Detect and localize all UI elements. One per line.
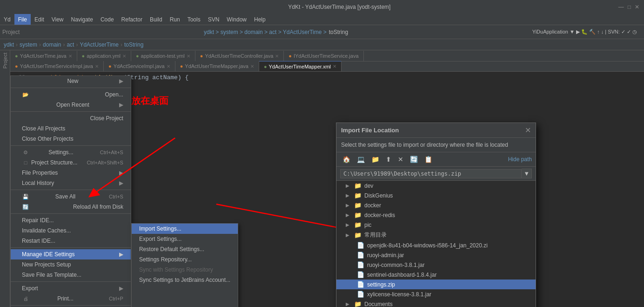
expand-button[interactable]: 📋 (422, 154, 435, 164)
main-layout: Project ● YdActUserTime.java ✕ ● applica… (0, 50, 644, 307)
menu-build[interactable]: Build (146, 14, 166, 25)
folder-icon: 📁 (354, 300, 362, 307)
breadcrumb-item[interactable]: system (20, 41, 37, 48)
arrow-icon: ▶ (346, 222, 349, 227)
file-item-label: DiskGenius (364, 192, 393, 199)
dialog-title: Import File Location (341, 127, 399, 134)
breadcrumb-item[interactable]: toString (124, 41, 143, 48)
menu-navigate[interactable]: Navigate (67, 14, 97, 25)
folder-icon: 📁 (354, 232, 362, 239)
file-item-documents[interactable]: ▶ 📁 Documents (336, 299, 536, 307)
dialog-subtitle: Select the settings file to import or di… (336, 138, 536, 152)
file-item-label: sentinel-dashboard-1.8.4.jar (367, 272, 436, 278)
menu-svn[interactable]: SVN (204, 14, 223, 25)
toolbar: Project ydkt > system > domain > act > Y… (0, 25, 644, 39)
maximize-button[interactable]: □ (628, 4, 631, 10)
file-item-settings-zip[interactable]: 📄 settings.zip (336, 280, 536, 289)
refresh-button[interactable]: 🔄 (408, 154, 420, 164)
folder-icon: 📁 (354, 202, 362, 209)
menu-window[interactable]: Window (223, 14, 250, 25)
sidebar-left: Project (0, 50, 10, 307)
window-controls[interactable]: — □ ✕ (618, 4, 639, 10)
path-input[interactable] (340, 169, 522, 178)
file-item-dev[interactable]: ▶ 📁 dev (336, 181, 536, 191)
file-item-ruoyi-admin[interactable]: 📄 ruoyi-admin.jar (336, 250, 536, 260)
menu-run[interactable]: Run (166, 14, 184, 25)
close-button[interactable]: ✕ (635, 4, 639, 10)
folder-icon: 📁 (354, 221, 362, 228)
path-dropdown[interactable]: ▼ (522, 169, 532, 178)
file-item-xylicense[interactable]: 📄 xylicense-license-3.8.1.jar (336, 289, 536, 299)
dialog-path-bar: ▼ (336, 167, 536, 181)
folder-icon: 📁 (354, 211, 362, 218)
import-file-dialog: Import File Location ✕ Select the settin… (336, 123, 536, 307)
breadcrumb: ydkt › system › domain › act › YdActUser… (0, 39, 644, 50)
arrow-icon: ▶ (346, 183, 349, 188)
file-item-label: 常用目录 (364, 231, 387, 239)
menu-edit[interactable]: Edit (31, 14, 48, 25)
home-button[interactable]: 🏠 (340, 154, 353, 164)
menu-code[interactable]: Code (97, 14, 118, 25)
breadcrumb-item[interactable]: YdActUserTime (80, 41, 119, 48)
arrow-icon: ▶ (346, 212, 349, 218)
file-item-label: openjdk-8u41-b04-windows-i586-14_jan_202… (367, 242, 488, 249)
file-item-label: dev (364, 183, 373, 189)
folder-icon: 📁 (354, 182, 362, 189)
menu-tools[interactable]: Tools (184, 14, 204, 25)
file-item-label: docker-redis (364, 212, 395, 218)
arrow-icon: ▶ (346, 232, 349, 238)
dialog-overlay: Import File Location ✕ Select the settin… (10, 50, 644, 307)
file-item-changeyongmulu[interactable]: ▶ 📁 常用目录 (336, 230, 536, 240)
menu-view[interactable]: View (48, 14, 67, 25)
title-bar: YdKt - YdActUserTime.java [yodt-system] … (0, 0, 644, 14)
file-icon: 📄 (357, 291, 364, 298)
up-button[interactable]: ⬆ (383, 154, 394, 164)
menu-bar: Yd File Edit View Navigate Code Refactor… (0, 14, 644, 25)
delete-button[interactable]: ✕ (396, 154, 406, 164)
file-item-label: settings.zip (367, 281, 395, 288)
file-item-label: pic (364, 222, 371, 228)
file-item-openjdk[interactable]: 📄 openjdk-8u41-b04-windows-i586-14_jan_2… (336, 240, 536, 250)
menu-file[interactable]: File (14, 14, 31, 25)
breadcrumb-item[interactable]: act (67, 41, 74, 48)
window-title: YdKt - YdActUserTime.java [yodt-system] (60, 4, 618, 10)
file-item-pic[interactable]: ▶ 📁 pic (336, 220, 536, 230)
dialog-toolbar: 🏠 💻 📁 ⬆ ✕ 🔄 📋 Hide path (336, 152, 536, 167)
arrow-icon: ▶ (346, 203, 349, 208)
file-item-diskgenius[interactable]: ▶ 📁 DiskGenius (336, 191, 536, 200)
file-item-ruoyi-common[interactable]: 📄 ruoyi-common-3.8.1.jar (336, 260, 536, 270)
file-icon: 📄 (357, 281, 364, 288)
file-list: ▶ 📁 dev ▶ 📁 DiskGenius ▶ 📁 docker (336, 181, 536, 307)
file-item-label: docker (364, 202, 381, 209)
file-icon: 📄 (357, 271, 364, 278)
dialog-title-bar: Import File Location ✕ (336, 123, 536, 138)
new-folder-button[interactable]: 📁 (369, 154, 382, 164)
file-item-label: xylicense-license-3.8.1.jar (367, 291, 431, 298)
file-item-label: ruoyi-admin.jar (367, 252, 404, 259)
arrow-icon: ▶ (346, 193, 349, 198)
file-item-docker[interactable]: ▶ 📁 docker (336, 200, 536, 210)
file-item-sentinel[interactable]: 📄 sentinel-dashboard-1.8.4.jar (336, 270, 536, 280)
arrow-icon: ▶ (346, 301, 349, 307)
file-item-label: Documents (364, 301, 393, 307)
menu-refactor[interactable]: Refactor (118, 14, 146, 25)
menu-yd[interactable]: Yd (0, 14, 14, 25)
project-label: Project (2, 29, 20, 35)
project-sidebar-label[interactable]: Project (2, 53, 8, 68)
file-icon: 📄 (357, 252, 364, 259)
breadcrumb-item[interactable]: domain (43, 41, 61, 48)
file-item-label: ruoyi-common-3.8.1.jar (367, 262, 424, 268)
desktop-button[interactable]: 💻 (355, 154, 367, 164)
hide-path-link[interactable]: Hide path (508, 156, 532, 163)
file-icon: 📄 (357, 261, 364, 268)
file-icon: 📄 (357, 242, 364, 249)
editor-area: ● YdActUserTime.java ✕ ● application.yml… (10, 50, 644, 307)
minimize-button[interactable]: — (618, 4, 624, 10)
file-item-docker-redis[interactable]: ▶ 📁 docker-redis (336, 210, 536, 220)
dialog-close-button[interactable]: ✕ (525, 126, 531, 135)
breadcrumb-item[interactable]: ydkt (4, 41, 14, 48)
menu-help[interactable]: Help (250, 14, 269, 25)
folder-icon: 📁 (354, 192, 362, 199)
